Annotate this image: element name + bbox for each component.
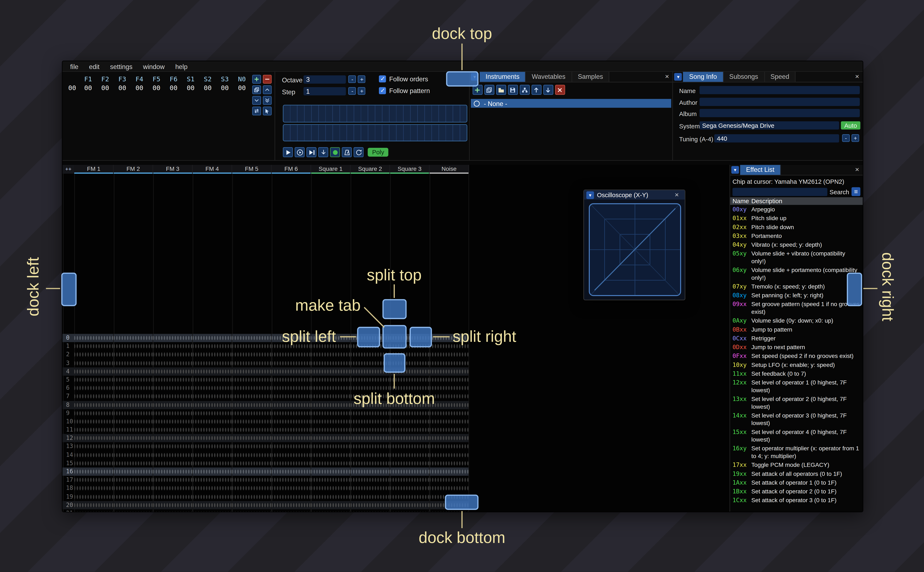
pattern-cell[interactable] bbox=[351, 468, 390, 476]
pattern-cell[interactable] bbox=[390, 426, 430, 434]
collapse-icon[interactable]: ▼ bbox=[675, 73, 682, 81]
pattern-cell[interactable] bbox=[193, 476, 232, 484]
pattern-cell[interactable] bbox=[311, 359, 351, 367]
pattern-cell[interactable] bbox=[74, 367, 114, 376]
pattern-cell[interactable] bbox=[351, 434, 390, 442]
order-move-down-button[interactable] bbox=[252, 96, 261, 105]
pattern-cell[interactable] bbox=[114, 434, 153, 442]
pattern-cell[interactable] bbox=[114, 351, 153, 359]
pattern-cell[interactable] bbox=[232, 493, 272, 501]
pattern-cell[interactable] bbox=[193, 367, 232, 376]
pattern-cell[interactable] bbox=[232, 334, 272, 342]
pattern-cell[interactable] bbox=[430, 384, 469, 392]
pattern-cell[interactable] bbox=[271, 451, 311, 459]
pattern-cell[interactable] bbox=[271, 442, 311, 451]
pattern-cell[interactable] bbox=[114, 359, 153, 367]
pattern-cell[interactable] bbox=[390, 459, 430, 468]
pattern-cell[interactable] bbox=[153, 384, 193, 392]
pattern-cell[interactable] bbox=[74, 493, 114, 501]
dock-right-target[interactable] bbox=[847, 273, 862, 306]
split-bottom-target[interactable] bbox=[383, 353, 405, 373]
pattern-cell[interactable] bbox=[114, 426, 153, 434]
pattern-cell[interactable] bbox=[271, 493, 311, 501]
orders-row-number[interactable]: 00 bbox=[65, 84, 79, 92]
tab-speed[interactable]: Speed bbox=[765, 72, 796, 82]
pattern-cell[interactable] bbox=[232, 351, 272, 359]
pattern-cell[interactable] bbox=[271, 476, 311, 484]
pattern-cell[interactable] bbox=[153, 392, 193, 401]
pattern-cell[interactable] bbox=[193, 468, 232, 476]
pattern-cell[interactable] bbox=[271, 468, 311, 476]
pattern-cell[interactable] bbox=[390, 451, 430, 459]
pattern-cell[interactable] bbox=[351, 459, 390, 468]
pattern-cell[interactable] bbox=[271, 417, 311, 426]
pattern-cell[interactable] bbox=[311, 417, 351, 426]
pattern-cell[interactable] bbox=[430, 409, 469, 417]
pattern-cell[interactable] bbox=[311, 476, 351, 484]
pattern-cell[interactable] bbox=[193, 384, 232, 392]
orders-cell[interactable]: 00 bbox=[217, 84, 234, 92]
pattern-cell[interactable] bbox=[153, 501, 193, 509]
pattern-cell[interactable] bbox=[74, 342, 114, 351]
pattern-cell[interactable] bbox=[271, 501, 311, 509]
pattern-cell[interactable] bbox=[153, 426, 193, 434]
split-right-target[interactable] bbox=[410, 327, 432, 347]
pattern-cell[interactable] bbox=[153, 509, 193, 512]
order-change-mode-button[interactable] bbox=[252, 107, 261, 115]
pattern-cell[interactable] bbox=[311, 351, 351, 359]
pattern-cell[interactable] bbox=[114, 334, 153, 342]
orders-cell[interactable]: 00 bbox=[148, 84, 165, 92]
pattern-cell[interactable] bbox=[430, 476, 469, 484]
pattern-cell[interactable] bbox=[193, 442, 232, 451]
pattern-cell[interactable] bbox=[193, 509, 232, 512]
pattern-cell[interactable] bbox=[430, 434, 469, 442]
pattern-cell[interactable] bbox=[351, 426, 390, 434]
pattern-cell[interactable] bbox=[390, 493, 430, 501]
pattern-cell[interactable] bbox=[74, 392, 114, 401]
channel-header-fm-6[interactable]: FM 6 bbox=[271, 165, 311, 174]
pattern-cell[interactable] bbox=[271, 509, 311, 512]
tab-song-info[interactable]: Song Info bbox=[683, 72, 723, 82]
pattern-cell[interactable] bbox=[114, 509, 153, 512]
pattern-cell[interactable] bbox=[193, 409, 232, 417]
pattern-cell[interactable] bbox=[271, 426, 311, 434]
channel-header-noise[interactable]: Noise bbox=[430, 165, 469, 174]
pattern-cell[interactable] bbox=[390, 417, 430, 426]
pattern-cell[interactable] bbox=[430, 351, 469, 359]
pattern-cell[interactable] bbox=[351, 376, 390, 384]
pattern-cell[interactable] bbox=[351, 451, 390, 459]
pattern-cell[interactable] bbox=[74, 476, 114, 484]
order-remove-button[interactable] bbox=[263, 75, 272, 84]
pattern-cell[interactable] bbox=[430, 417, 469, 426]
tuning-increase-button[interactable]: + bbox=[852, 134, 859, 142]
pattern-cell[interactable] bbox=[74, 426, 114, 434]
pattern-cell[interactable] bbox=[430, 442, 469, 451]
step-input[interactable]: 1 bbox=[304, 87, 346, 95]
dock-left-target[interactable] bbox=[61, 273, 76, 306]
pattern-cell[interactable] bbox=[153, 342, 193, 351]
poly-toggle[interactable]: Poly bbox=[368, 148, 388, 157]
pattern-cell[interactable] bbox=[74, 442, 114, 451]
follow-orders-checkbox[interactable]: ✓ Follow orders bbox=[379, 75, 428, 82]
pattern-cell[interactable] bbox=[311, 426, 351, 434]
pattern-cell[interactable] bbox=[114, 417, 153, 426]
order-move-up-button[interactable] bbox=[263, 85, 272, 94]
pattern-cell[interactable] bbox=[153, 476, 193, 484]
piano-upper-row[interactable] bbox=[283, 105, 467, 122]
pattern-cell[interactable] bbox=[232, 342, 272, 351]
pattern-cell[interactable] bbox=[193, 417, 232, 426]
pattern-cell[interactable] bbox=[351, 484, 390, 493]
step-row-button[interactable] bbox=[318, 147, 329, 157]
name-field[interactable] bbox=[700, 86, 860, 94]
pattern-cell[interactable] bbox=[351, 417, 390, 426]
pattern-cell[interactable] bbox=[74, 459, 114, 468]
pattern-cell[interactable] bbox=[193, 342, 232, 351]
dock-bottom-target[interactable] bbox=[445, 495, 478, 510]
pattern-cell[interactable] bbox=[74, 468, 114, 476]
pattern-cell[interactable] bbox=[232, 417, 272, 426]
instrument-save-button[interactable] bbox=[508, 85, 518, 95]
pattern-cell[interactable] bbox=[193, 334, 232, 342]
pattern-cell[interactable] bbox=[311, 509, 351, 512]
channel-header-square-2[interactable]: Square 2 bbox=[351, 165, 390, 174]
tab-subsongs[interactable]: Subsongs bbox=[723, 72, 765, 82]
